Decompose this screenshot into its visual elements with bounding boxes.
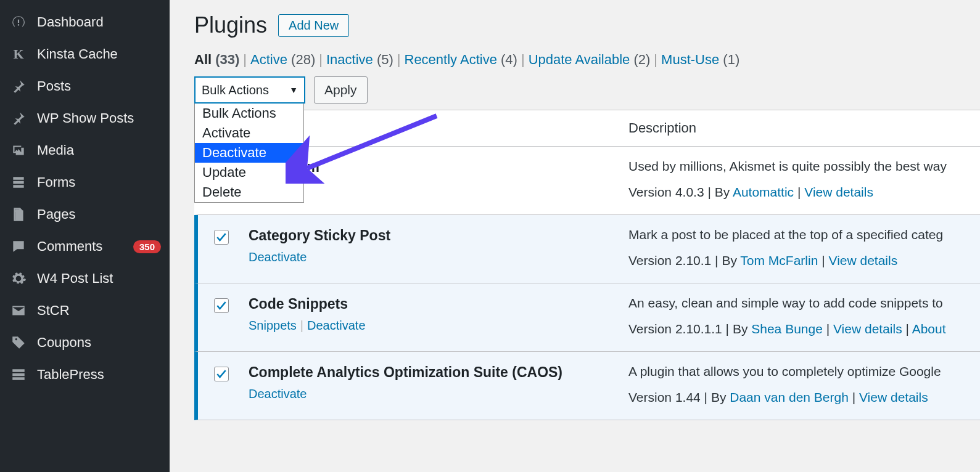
col-header-description[interactable]: Description — [628, 120, 968, 136]
plugin-meta-link-about[interactable]: About — [912, 322, 946, 336]
plugin-description: A plugin that allows you to completely o… — [628, 364, 968, 379]
plugin-meta-link-view-details[interactable]: View details — [833, 322, 902, 336]
tag-icon — [10, 334, 27, 351]
plugin-row-actions: Delete — [249, 182, 628, 196]
kinsta-k-icon: K — [13, 46, 23, 62]
plugin-checkbox[interactable] — [214, 367, 229, 381]
plugin-meta-link-view-details[interactable]: View details — [804, 185, 873, 199]
sidebar-item-label: Pages — [37, 206, 161, 222]
filter-all[interactable]: All (33) — [194, 52, 239, 67]
filter-count: (2) — [633, 52, 650, 67]
plugin-checkbox[interactable] — [214, 298, 229, 313]
filter-count: (5) — [377, 52, 393, 67]
plugin-name: Anti-Spam — [249, 159, 628, 176]
plugin-filter-links: All (33)|Active (28)|Inactive (5)|Recent… — [194, 52, 980, 68]
sidebar-item-label: Dashboard — [37, 14, 161, 30]
bulk-actions-dropdown: Bulk ActionsActivateDeactivateUpdateDele… — [194, 104, 304, 203]
bulk-option-update[interactable]: Update — [195, 163, 303, 182]
plugin-description: Used by millions, Akismet is quite possi… — [628, 159, 968, 174]
sidebar-item-coupons[interactable]: Coupons — [0, 327, 170, 359]
comment-icon — [10, 238, 27, 255]
plugin-meta: Version 2.10.1 | By Tom McFarlin | View … — [628, 253, 968, 268]
sidebar-item-tablepress[interactable]: TablePress — [0, 359, 170, 391]
apply-button[interactable]: Apply — [314, 76, 368, 104]
filter-count: (28) — [291, 52, 315, 67]
filter-recently-active[interactable]: Recently Active (4) — [405, 52, 517, 67]
sidebar-item-w4-post-list[interactable]: W4 Post List — [0, 262, 170, 295]
action-snippets[interactable]: Snippets — [249, 319, 297, 332]
sidebar-item-stcr[interactable]: StCR — [0, 295, 170, 327]
plugin-meta: Version 1.44 | By Daan van den Bergh | V… — [628, 390, 968, 405]
plugin-meta: Version 4.0.3 | By Automattic | View det… — [628, 185, 968, 200]
comments-count-badge: 350 — [133, 240, 161, 253]
filter-update-available[interactable]: Update Available (2) — [529, 52, 651, 67]
bulk-option-delete[interactable]: Delete — [195, 182, 303, 202]
pin-icon — [10, 110, 27, 127]
action-deactivate[interactable]: Deactivate — [249, 387, 307, 401]
plugin-row-actions: Snippets|Deactivate — [249, 319, 628, 333]
filter-count: (33) — [215, 52, 239, 67]
plugin-description: Mark a post to be placed at the top of a… — [628, 227, 968, 242]
add-new-button[interactable]: Add New — [278, 14, 349, 37]
plugin-author-link[interactable]: Tom McFarlin — [740, 253, 818, 267]
media-icon — [10, 142, 27, 159]
filter-count: (4) — [501, 52, 517, 67]
gear-icon — [10, 270, 27, 287]
dashboard-icon — [10, 14, 27, 31]
sidebar-item-comments[interactable]: Comments350 — [0, 230, 170, 262]
action-deactivate[interactable]: Deactivate — [249, 250, 307, 264]
filter-active[interactable]: Active (28) — [250, 52, 315, 67]
caret-down-icon: ▼ — [289, 85, 298, 95]
sidebar-item-dashboard[interactable]: Dashboard — [0, 6, 170, 38]
filter-must-use[interactable]: Must-Use (1) — [661, 52, 739, 67]
plugin-description: An easy, clean and simple way to add cod… — [628, 296, 968, 311]
bulk-option-bulk-actions[interactable]: Bulk Actions — [195, 104, 303, 123]
sidebar-item-label: Posts — [37, 78, 161, 94]
bulk-option-deactivate[interactable]: Deactivate — [195, 143, 303, 163]
sidebar-item-label: Media — [37, 142, 161, 158]
forms-icon — [10, 174, 27, 191]
sidebar-item-label: Comments — [37, 238, 123, 254]
table-header: Plugin Description — [194, 110, 980, 147]
action-deactivate[interactable]: Deactivate — [307, 319, 366, 332]
mail-icon — [10, 302, 27, 319]
sidebar-item-wp-show-posts[interactable]: WP Show Posts — [0, 102, 170, 134]
filter-inactive[interactable]: Inactive (5) — [326, 52, 393, 67]
main-content: Plugins Add New All (33)|Active (28)|Ina… — [170, 0, 980, 472]
sidebar-item-label: TablePress — [37, 367, 161, 383]
plugin-row-actions: Deactivate — [249, 387, 628, 401]
sidebar-item-posts[interactable]: Posts — [0, 70, 170, 102]
plugin-checkbox[interactable] — [214, 230, 229, 245]
plugin-author-link[interactable]: Daan van den Bergh — [730, 390, 849, 404]
sidebar-item-label: Kinsta Cache — [37, 46, 161, 62]
plugin-row-actions: Deactivate — [249, 250, 628, 264]
plugin-name: Complete Analytics Optimization Suite (C… — [249, 364, 628, 381]
plugin-row: Complete Analytics Optimization Suite (C… — [194, 352, 980, 420]
plugin-row: Category Sticky PostDeactivateMark a pos… — [194, 215, 980, 283]
sidebar-item-pages[interactable]: Pages — [0, 198, 170, 230]
plugins-table: Plugin Description Anti-SpamDeleteUsed b… — [194, 110, 980, 420]
sidebar-item-label: Coupons — [37, 335, 161, 351]
bulk-option-activate[interactable]: Activate — [195, 123, 303, 143]
sidebar-item-label: Forms — [37, 174, 161, 190]
sidebar-item-kinsta-cache[interactable]: KKinsta Cache — [0, 38, 170, 70]
bulk-actions-select[interactable]: Bulk Actions ▼ — [194, 76, 305, 104]
plugin-meta: Version 2.10.1.1 | By Shea Bunge | View … — [628, 322, 968, 336]
plugin-meta-link-view-details[interactable]: View details — [859, 390, 928, 404]
plugin-name: Category Sticky Post — [249, 227, 628, 244]
sidebar-item-forms[interactable]: Forms — [0, 166, 170, 198]
sidebar-item-media[interactable]: Media — [0, 134, 170, 166]
sidebar-item-label: WP Show Posts — [37, 110, 161, 126]
bulk-action-row: Bulk Actions ▼ Apply Bulk ActionsActivat… — [194, 76, 980, 104]
admin-sidebar: DashboardKKinsta CachePostsWP Show Posts… — [0, 0, 170, 472]
pages-icon — [10, 206, 27, 223]
table-icon — [10, 366, 27, 383]
sidebar-item-label: StCR — [37, 303, 161, 319]
plugin-name: Code Snippets — [249, 296, 628, 312]
plugin-author-link[interactable]: Automattic — [733, 185, 794, 199]
plugin-author-link[interactable]: Shea Bunge — [751, 322, 823, 336]
plugin-meta-link-view-details[interactable]: View details — [829, 253, 898, 267]
page-title: Plugins — [194, 12, 267, 38]
pin-icon — [10, 78, 27, 95]
plugin-row: Code SnippetsSnippets|DeactivateAn easy,… — [194, 283, 980, 352]
